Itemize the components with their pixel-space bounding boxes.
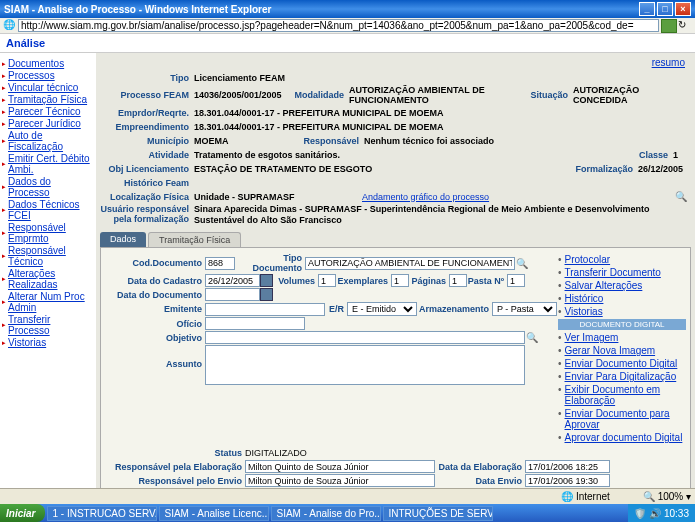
taskbar-item[interactable]: SIAM - Analise Licenc... xyxy=(159,506,269,521)
status-value: DIGITALIZADO xyxy=(245,448,307,458)
main-panel: resumo Tipo Licenciamento FEAM Processo … xyxy=(96,53,695,505)
nav-item[interactable]: Dados Técnicos FCEI xyxy=(2,199,94,221)
maximize-button[interactable]: □ xyxy=(657,2,673,16)
nav-item[interactable]: Dados do Processo xyxy=(2,176,94,198)
calendar-icon[interactable] xyxy=(260,274,273,287)
classe-label: Classe xyxy=(631,150,671,160)
tab-tramitacao[interactable]: Tramitação Física xyxy=(148,232,241,247)
situacao-value: AUTORIZAÇÃO CONCEDIDA xyxy=(571,85,691,105)
nav-item[interactable]: Auto de Fiscalização xyxy=(2,130,94,152)
action-link[interactable]: Vistorias xyxy=(558,306,686,317)
nav-item[interactable]: Vistorias xyxy=(2,337,94,348)
nav-item[interactable]: Alterar Num Proc Admin xyxy=(2,291,94,313)
nav-item[interactable]: Documentos xyxy=(2,58,94,69)
action-link[interactable]: Salvar Alterações xyxy=(558,280,686,291)
tipo-value: Licenciamento FEAM xyxy=(192,73,691,83)
action-link[interactable]: Histórico xyxy=(558,293,686,304)
empreend-label: Empreendimento xyxy=(100,122,192,132)
action-link[interactable]: Enviar Documento para Aprovar xyxy=(558,408,686,430)
action-link[interactable]: Aprovar documento Digital xyxy=(558,432,686,443)
action-link[interactable]: Enviar Para Digitalização xyxy=(558,371,686,382)
cod-input[interactable] xyxy=(205,257,235,270)
resp-envio-input[interactable] xyxy=(245,474,435,487)
nav-item[interactable]: Vincular técnico xyxy=(2,82,94,93)
taskbar-item[interactable]: 1 - INSTRUCAO SERV... xyxy=(47,506,157,521)
datacad-label: Data do Cadastro xyxy=(105,276,205,286)
er-label: E/R xyxy=(325,304,347,314)
situacao-label: Situação xyxy=(526,90,571,100)
nav-item[interactable]: Parecer Técnico xyxy=(2,106,94,117)
tab-dados[interactable]: Dados xyxy=(100,232,146,247)
datacad-input[interactable] xyxy=(205,274,260,287)
resumo-link[interactable]: resumo xyxy=(652,57,685,68)
search-icon[interactable]: 🔍 xyxy=(515,257,528,270)
usuario-value: Sinara Aparecida Dimas - SUPRAMASF - Sup… xyxy=(192,204,691,226)
nav-item[interactable]: Responsável Emprmto xyxy=(2,222,94,244)
tray-icon[interactable]: 🛡️ xyxy=(634,508,646,519)
cod-label: Cod.Documento xyxy=(105,258,205,268)
resp-elab-label: Responsável pela Elaboração xyxy=(105,462,245,472)
paginas-input[interactable] xyxy=(449,274,467,287)
tipodoc-input[interactable] xyxy=(305,257,515,270)
nav-item[interactable]: Alterações Realizadas xyxy=(2,268,94,290)
er-select[interactable]: E - Emitido xyxy=(347,302,417,316)
internet-zone: Internet xyxy=(576,491,610,502)
action-link[interactable]: Ver Imagem xyxy=(558,332,686,343)
action-link[interactable]: Transferir Documento xyxy=(558,267,686,278)
exemplares-label: Exemplares xyxy=(336,276,391,286)
nav-item[interactable]: Processos xyxy=(2,70,94,81)
atividade-value: Tratamento de esgotos sanitários. xyxy=(192,150,631,160)
action-link[interactable]: Exibir Documento em Elaboração xyxy=(558,384,686,406)
data-elab-label: Data da Elaboração xyxy=(435,462,525,472)
nav-item[interactable]: Emitir Cert. Débito Ambi. xyxy=(2,153,94,175)
zoom-level[interactable]: 🔍 100% ▾ xyxy=(643,491,691,502)
globe-icon: 🌐 xyxy=(561,491,573,502)
emitente-label: Emitente xyxy=(105,304,205,314)
datadoc-input[interactable] xyxy=(205,288,260,301)
status-label: Status xyxy=(105,448,245,458)
action-link[interactable]: Gerar Nova Imagem xyxy=(558,345,686,356)
action-link[interactable]: Enviar Documento Digital xyxy=(558,358,686,369)
data-elab-input[interactable] xyxy=(525,460,610,473)
exemplares-input[interactable] xyxy=(391,274,409,287)
address-bar: 🌐 http://www.siam.mg.gov.br/siam/analise… xyxy=(0,18,695,34)
emitente-input[interactable] xyxy=(205,303,325,316)
refresh-icon[interactable]: ↻ xyxy=(678,19,692,33)
taskbar-item[interactable]: INTRUÇÕES DE SERV... xyxy=(383,506,493,521)
pasta-label: Pasta Nº xyxy=(467,276,507,286)
ie-status-bar: 🌐 Internet 🔍 100% ▾ xyxy=(0,488,695,504)
taskbar-item[interactable]: SIAM - Analise do Pro... xyxy=(271,506,381,521)
system-tray[interactable]: 🛡️ 🔊 10:33 xyxy=(628,504,695,522)
objlic-label: Obj Licenciamento xyxy=(100,164,192,174)
tab-content: Cod.Documento Tipo Documento 🔍 Data do C… xyxy=(100,247,691,505)
nav-item[interactable]: Tramitação Física xyxy=(2,94,94,105)
objetivo-input[interactable] xyxy=(205,331,525,344)
andamento-link[interactable]: Andamento gráfico do processo xyxy=(362,192,489,202)
resp-elab-input[interactable] xyxy=(245,460,435,473)
search-icon[interactable]: 🔍 xyxy=(674,190,687,203)
pasta-input[interactable] xyxy=(507,274,525,287)
paginas-label: Páginas xyxy=(409,276,449,286)
usuario-label: Usuário responsável pela formalização xyxy=(100,204,192,224)
tray-icon[interactable]: 🔊 xyxy=(649,508,661,519)
volumes-input[interactable] xyxy=(318,274,336,287)
search-icon[interactable]: 🔍 xyxy=(525,331,538,344)
assunto-textarea[interactable] xyxy=(205,345,525,385)
start-button[interactable]: Iniciar xyxy=(0,504,45,522)
nav-item[interactable]: Parecer Jurídico xyxy=(2,118,94,129)
nav-item[interactable]: Transferir Processo xyxy=(2,314,94,336)
window-titlebar: SIAM - Analise do Processo - Windows Int… xyxy=(0,0,695,18)
action-link[interactable]: Protocolar xyxy=(558,254,686,265)
data-envio-input[interactable] xyxy=(525,474,610,487)
tray-clock: 10:33 xyxy=(664,508,689,519)
url-input[interactable]: http://www.siam.mg.gov.br/siam/analise/p… xyxy=(18,19,659,32)
calendar-icon[interactable] xyxy=(260,288,273,301)
nav-item[interactable]: Responsável Técnico xyxy=(2,245,94,267)
minimize-button[interactable]: _ xyxy=(639,2,655,16)
oficio-input[interactable] xyxy=(205,317,305,330)
modalidade-value: AUTORIZAÇÃO AMBIENTAL DE FUNCIONAMENTO xyxy=(347,85,526,105)
close-button[interactable]: × xyxy=(675,2,691,16)
emprdor-value: 18.301.044/0001-17 - PREFEITURA MUNICIPA… xyxy=(192,108,691,118)
go-button[interactable] xyxy=(661,19,677,33)
armazenamento-select[interactable]: P - Pasta xyxy=(492,302,557,316)
